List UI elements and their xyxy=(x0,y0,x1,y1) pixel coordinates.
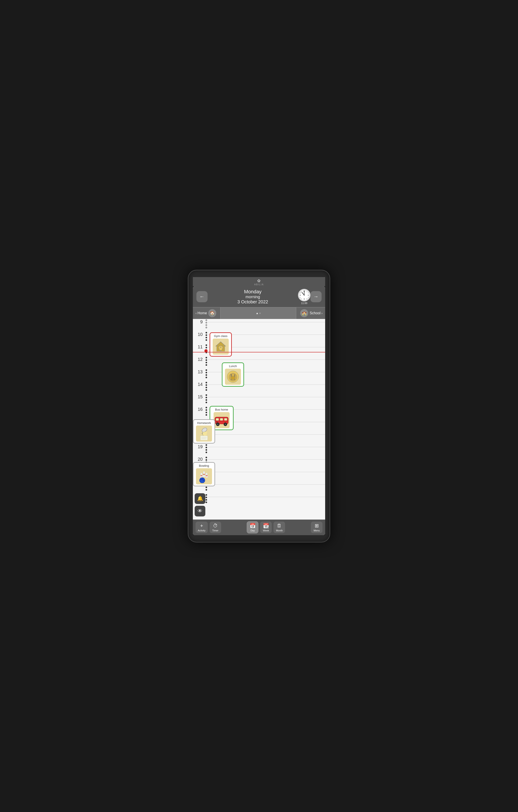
week-nav-btn[interactable]: 📆 Week xyxy=(260,522,272,533)
timer-icon: ⏱ xyxy=(213,523,218,529)
hour-label-16: 16 xyxy=(193,406,205,412)
bowling-image xyxy=(196,468,212,484)
dot xyxy=(206,444,207,446)
dot xyxy=(206,332,207,334)
day-nav-btn[interactable]: 📅 Day xyxy=(247,521,258,533)
abilia-logo-icon: ✿ xyxy=(257,279,261,283)
time-of-day: morning xyxy=(208,295,298,299)
section-home[interactable]: ‹ Home 🏠 xyxy=(193,308,220,319)
month-calendar-icon: 🗓 xyxy=(277,523,282,529)
time-line xyxy=(208,497,325,497)
svg-point-57 xyxy=(200,478,205,483)
svg-text:3: 3 xyxy=(308,294,309,296)
dots-14 xyxy=(205,381,208,391)
home-chevron-left: ‹ xyxy=(195,311,196,315)
dot xyxy=(206,397,207,398)
clock-widget: 12 3 6 9 1 2 4 5 7 8 10 11 xyxy=(298,289,310,304)
dot xyxy=(206,407,207,408)
bowling-title: Bowling xyxy=(199,464,209,467)
dot xyxy=(206,374,207,376)
hour-label-11: 11 xyxy=(193,344,205,349)
section-school[interactable]: 🏫 School › xyxy=(296,308,325,319)
hour-row-15: 15 xyxy=(193,394,325,406)
event-bowling[interactable]: Bowling xyxy=(193,462,215,486)
dot xyxy=(206,327,207,328)
hour-label-15: 15 xyxy=(193,394,205,400)
day-calendar-icon: 📅 xyxy=(250,523,256,529)
dot xyxy=(206,414,207,416)
device-frame: ✿ ABILIA ← Monday morning 3 October 2022… xyxy=(188,270,330,543)
event-gym-class[interactable]: Gym class xyxy=(210,332,232,357)
eye-button[interactable]: 👁 xyxy=(195,506,205,517)
svg-point-58 xyxy=(201,479,202,480)
dot xyxy=(206,457,207,458)
next-day-button[interactable]: → xyxy=(310,291,322,302)
collapse-bar[interactable]: ▲ ○ xyxy=(220,310,296,316)
date-full: 3 October 2022 xyxy=(208,299,298,304)
time-line xyxy=(208,459,325,460)
time-line xyxy=(208,434,325,435)
collapse-arrow-icon: ▲ ○ xyxy=(256,312,261,315)
lunch-svg xyxy=(226,370,240,383)
svg-point-51 xyxy=(200,476,203,477)
homework-title: Homework xyxy=(197,421,211,425)
timeline-container: 9 10 xyxy=(193,319,325,520)
dot xyxy=(206,382,207,383)
hour-label-20: 20 xyxy=(193,456,205,462)
dot xyxy=(206,347,207,348)
svg-marker-16 xyxy=(216,342,225,346)
day-nav-label: Day xyxy=(250,529,255,532)
week-nav-label: Week xyxy=(263,529,269,532)
dot xyxy=(206,487,207,488)
activity-nav-btn[interactable]: + Activity xyxy=(195,522,208,533)
alarm-button[interactable]: 🔔 xyxy=(195,493,205,504)
dot xyxy=(206,372,207,373)
timer-nav-btn[interactable]: ⏱ Timer xyxy=(210,522,221,533)
hour-label-19: 19 xyxy=(193,444,205,450)
dot xyxy=(206,489,207,491)
svg-point-34 xyxy=(225,424,226,425)
prev-day-button[interactable]: ← xyxy=(196,291,208,302)
dot xyxy=(206,339,207,341)
clock-time-label: 11:00 xyxy=(301,302,307,304)
time-line xyxy=(208,472,325,472)
bottom-action-buttons: 🔔 👁 xyxy=(195,493,205,517)
bus-home-title: Bus home xyxy=(215,408,228,411)
svg-rect-56 xyxy=(206,475,207,476)
dot xyxy=(206,501,207,503)
menu-nav-btn[interactable]: ⊞ Menu xyxy=(311,522,323,533)
month-nav-btn[interactable]: 🗓 Month xyxy=(273,522,285,533)
school-section-icon: 🏫 xyxy=(300,309,308,317)
dot xyxy=(206,389,207,391)
dot xyxy=(206,359,207,361)
gym-class-title: Gym class xyxy=(214,334,227,338)
bus-home-image xyxy=(214,412,230,428)
home-emoji: 🏠 xyxy=(210,311,215,316)
time-line xyxy=(208,447,325,447)
dots-19 xyxy=(205,444,208,454)
dots-15 xyxy=(205,394,208,404)
bottom-nav: + Activity ⏱ Timer 📅 Day 📆 Week 🗓 Month xyxy=(193,520,325,535)
dot xyxy=(206,409,207,411)
homework-svg xyxy=(197,427,211,440)
dot xyxy=(206,324,207,326)
home-label: Home xyxy=(197,311,207,315)
school-chevron-right: › xyxy=(322,311,323,315)
hour-row-19: 19 xyxy=(193,444,325,456)
dots-12 xyxy=(205,356,208,366)
event-homework[interactable]: Homework xyxy=(193,419,215,443)
time-line xyxy=(208,322,325,322)
hour-label-12: 12 xyxy=(193,356,205,362)
hour-label-14: 14 xyxy=(193,381,205,387)
svg-point-19 xyxy=(220,350,221,351)
dot xyxy=(206,344,207,346)
svg-point-55 xyxy=(205,476,208,477)
event-lunch[interactable]: Lunch xyxy=(222,362,244,387)
dot xyxy=(206,364,207,366)
dot xyxy=(206,499,207,501)
header-title: Monday morning 3 October 2022 xyxy=(208,289,298,304)
dot xyxy=(206,449,207,451)
svg-rect-48 xyxy=(203,474,205,475)
hour-label-9: 9 xyxy=(193,319,205,324)
dot xyxy=(206,322,207,323)
